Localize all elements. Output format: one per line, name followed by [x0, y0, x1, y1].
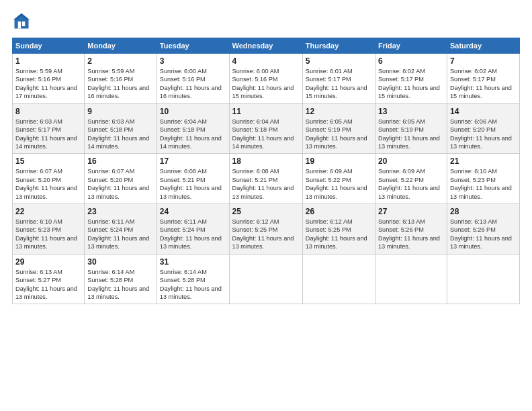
day-info: Sunrise: 6:05 AM Sunset: 5:19 PM Dayligh…	[378, 118, 444, 151]
calendar-cell: 30Sunrise: 6:14 AM Sunset: 5:28 PM Dayli…	[85, 254, 157, 304]
day-info: Sunrise: 6:10 AM Sunset: 5:23 PM Dayligh…	[15, 218, 81, 251]
day-number: 14	[450, 107, 517, 116]
day-number: 31	[160, 257, 226, 267]
day-number: 5	[306, 56, 372, 66]
day-number: 7	[450, 56, 517, 66]
day-number: 25	[232, 207, 300, 216]
calendar-cell: 20Sunrise: 6:09 AM Sunset: 5:22 PM Dayli…	[375, 154, 447, 204]
day-info: Sunrise: 6:13 AM Sunset: 5:26 PM Dayligh…	[378, 218, 444, 251]
calendar-cell: 3Sunrise: 6:00 AM Sunset: 5:16 PM Daylig…	[157, 54, 229, 104]
header	[12, 12, 520, 31]
day-info: Sunrise: 6:08 AM Sunset: 5:21 PM Dayligh…	[232, 167, 300, 201]
day-info: Sunrise: 6:12 AM Sunset: 5:25 PM Dayligh…	[306, 218, 372, 251]
weekday-header-row: SundayMondayTuesdayWednesdayThursdayFrid…	[13, 38, 520, 54]
day-number: 20	[378, 156, 444, 166]
day-number: 3	[160, 56, 226, 66]
week-row-4: 22Sunrise: 6:10 AM Sunset: 5:23 PM Dayli…	[13, 204, 520, 255]
day-number: 16	[87, 156, 154, 166]
day-number: 21	[450, 156, 517, 166]
week-row-3: 15Sunrise: 6:07 AM Sunset: 5:20 PM Dayli…	[13, 154, 520, 204]
day-info: Sunrise: 6:02 AM Sunset: 5:17 PM Dayligh…	[450, 67, 517, 101]
day-info: Sunrise: 6:03 AM Sunset: 5:18 PM Dayligh…	[87, 118, 154, 151]
day-info: Sunrise: 6:05 AM Sunset: 5:19 PM Dayligh…	[306, 118, 372, 151]
calendar-cell	[229, 254, 302, 304]
day-number: 9	[87, 107, 154, 116]
calendar-cell: 2Sunrise: 5:59 AM Sunset: 5:16 PM Daylig…	[85, 54, 157, 104]
day-number: 11	[232, 107, 300, 116]
day-info: Sunrise: 6:14 AM Sunset: 5:28 PM Dayligh…	[87, 268, 154, 302]
day-info: Sunrise: 6:13 AM Sunset: 5:27 PM Dayligh…	[15, 268, 81, 302]
day-number: 19	[306, 156, 372, 166]
day-number: 29	[15, 257, 81, 267]
calendar-cell: 24Sunrise: 6:11 AM Sunset: 5:24 PM Dayli…	[157, 204, 229, 255]
day-number: 22	[15, 207, 81, 216]
calendar-cell: 4Sunrise: 6:00 AM Sunset: 5:16 PM Daylig…	[229, 54, 302, 104]
calendar-cell	[302, 254, 375, 304]
calendar-cell: 14Sunrise: 6:06 AM Sunset: 5:20 PM Dayli…	[447, 103, 519, 154]
calendar-cell: 15Sunrise: 6:07 AM Sunset: 5:20 PM Dayli…	[13, 154, 85, 204]
day-number: 8	[15, 107, 81, 116]
day-info: Sunrise: 5:59 AM Sunset: 5:16 PM Dayligh…	[15, 67, 81, 101]
calendar-cell: 1Sunrise: 5:59 AM Sunset: 5:16 PM Daylig…	[13, 54, 85, 104]
calendar-cell: 10Sunrise: 6:04 AM Sunset: 5:18 PM Dayli…	[157, 103, 229, 154]
day-number: 13	[378, 107, 444, 116]
weekday-header-wednesday: Wednesday	[229, 38, 302, 54]
calendar-cell: 17Sunrise: 6:08 AM Sunset: 5:21 PM Dayli…	[157, 154, 229, 204]
day-number: 26	[306, 207, 372, 216]
day-number: 24	[160, 207, 226, 216]
calendar-cell: 9Sunrise: 6:03 AM Sunset: 5:18 PM Daylig…	[85, 103, 157, 154]
day-number: 2	[87, 56, 154, 66]
day-info: Sunrise: 6:10 AM Sunset: 5:23 PM Dayligh…	[450, 167, 517, 201]
day-number: 23	[87, 207, 154, 216]
day-number: 4	[232, 56, 300, 66]
calendar-cell: 16Sunrise: 6:07 AM Sunset: 5:20 PM Dayli…	[85, 154, 157, 204]
day-number: 12	[306, 107, 372, 116]
day-number: 28	[450, 207, 517, 216]
day-info: Sunrise: 6:11 AM Sunset: 5:24 PM Dayligh…	[87, 218, 154, 251]
calendar-cell: 18Sunrise: 6:08 AM Sunset: 5:21 PM Dayli…	[229, 154, 302, 204]
svg-marker-0	[15, 15, 29, 29]
day-number: 17	[160, 156, 226, 166]
day-info: Sunrise: 5:59 AM Sunset: 5:16 PM Dayligh…	[87, 67, 154, 101]
day-info: Sunrise: 6:04 AM Sunset: 5:18 PM Dayligh…	[160, 118, 226, 151]
weekday-header-saturday: Saturday	[447, 38, 519, 54]
logo	[12, 12, 34, 31]
calendar-cell: 19Sunrise: 6:09 AM Sunset: 5:22 PM Dayli…	[302, 154, 375, 204]
day-info: Sunrise: 6:01 AM Sunset: 5:17 PM Dayligh…	[306, 67, 372, 101]
day-info: Sunrise: 6:08 AM Sunset: 5:21 PM Dayligh…	[160, 167, 226, 201]
day-info: Sunrise: 6:11 AM Sunset: 5:24 PM Dayligh…	[160, 218, 226, 251]
day-info: Sunrise: 6:07 AM Sunset: 5:20 PM Dayligh…	[15, 167, 81, 201]
calendar-cell: 31Sunrise: 6:14 AM Sunset: 5:28 PM Dayli…	[157, 254, 229, 304]
weekday-header-tuesday: Tuesday	[157, 38, 229, 54]
week-row-5: 29Sunrise: 6:13 AM Sunset: 5:27 PM Dayli…	[13, 254, 520, 304]
day-info: Sunrise: 6:00 AM Sunset: 5:16 PM Dayligh…	[160, 67, 226, 101]
weekday-header-thursday: Thursday	[302, 38, 375, 54]
calendar-cell: 12Sunrise: 6:05 AM Sunset: 5:19 PM Dayli…	[302, 103, 375, 154]
page: SundayMondayTuesdayWednesdayThursdayFrid…	[0, 0, 532, 411]
logo-icon	[12, 12, 31, 31]
day-info: Sunrise: 6:07 AM Sunset: 5:20 PM Dayligh…	[87, 167, 154, 201]
day-info: Sunrise: 6:03 AM Sunset: 5:17 PM Dayligh…	[15, 118, 81, 151]
calendar-cell	[375, 254, 447, 304]
calendar-table: SundayMondayTuesdayWednesdayThursdayFrid…	[12, 38, 520, 304]
calendar-cell: 25Sunrise: 6:12 AM Sunset: 5:25 PM Dayli…	[229, 204, 302, 255]
day-number: 27	[378, 207, 444, 216]
weekday-header-sunday: Sunday	[13, 38, 85, 54]
day-number: 15	[15, 156, 81, 166]
day-info: Sunrise: 6:12 AM Sunset: 5:25 PM Dayligh…	[232, 218, 300, 251]
day-number: 30	[87, 257, 154, 267]
calendar-cell: 11Sunrise: 6:04 AM Sunset: 5:18 PM Dayli…	[229, 103, 302, 154]
day-info: Sunrise: 6:04 AM Sunset: 5:18 PM Dayligh…	[232, 118, 300, 151]
day-number: 1	[15, 56, 81, 66]
day-info: Sunrise: 6:00 AM Sunset: 5:16 PM Dayligh…	[232, 67, 300, 101]
calendar-cell: 13Sunrise: 6:05 AM Sunset: 5:19 PM Dayli…	[375, 103, 447, 154]
day-number: 6	[378, 56, 444, 66]
calendar-cell: 29Sunrise: 6:13 AM Sunset: 5:27 PM Dayli…	[13, 254, 85, 304]
weekday-header-monday: Monday	[85, 38, 157, 54]
week-row-2: 8Sunrise: 6:03 AM Sunset: 5:17 PM Daylig…	[13, 103, 520, 154]
week-row-1: 1Sunrise: 5:59 AM Sunset: 5:16 PM Daylig…	[13, 54, 520, 104]
calendar-cell: 8Sunrise: 6:03 AM Sunset: 5:17 PM Daylig…	[13, 103, 85, 154]
calendar-cell: 27Sunrise: 6:13 AM Sunset: 5:26 PM Dayli…	[375, 204, 447, 255]
day-number: 18	[232, 156, 300, 166]
day-info: Sunrise: 6:14 AM Sunset: 5:28 PM Dayligh…	[160, 268, 226, 302]
